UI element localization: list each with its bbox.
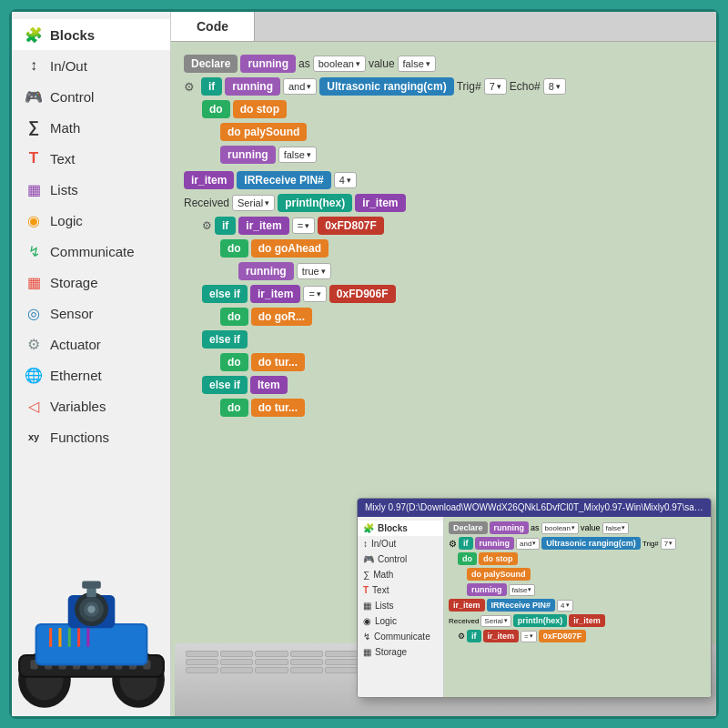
sidebar-item-actuator[interactable]: ⚙ Actuator (12, 329, 170, 359)
nested-as: as (531, 523, 540, 532)
nested-sidebar-lists[interactable]: ▦ Lists (358, 598, 443, 613)
ir-item-block: ir_item (184, 171, 234, 189)
sidebar-item-storage[interactable]: ▦ Storage (12, 267, 170, 298)
nested-sidebar-inout[interactable]: ↕ In/Out (358, 536, 443, 551)
key (186, 667, 218, 673)
nested-communicate-icon: ↯ (363, 632, 370, 642)
nested-sidebar-math[interactable]: ∑ Math (358, 567, 443, 582)
key (255, 651, 288, 657)
sidebar-label-communicate: Communicate (50, 244, 135, 259)
sidebar-label-inout: In/Out (50, 58, 87, 74)
key (290, 651, 323, 657)
nested-blocks-icon: 🧩 (363, 523, 374, 533)
tab-code[interactable]: Code (171, 12, 255, 41)
sidebar-label-variables: Variables (50, 399, 106, 414)
nested-pin[interactable]: 4 (557, 600, 572, 612)
nested-serial[interactable]: Serial (480, 615, 511, 627)
key (220, 667, 253, 673)
nested-sidebar-storage[interactable]: ▦ Storage (358, 644, 443, 660)
tab-bar: Code (171, 12, 716, 42)
ultrasonic-block: Ultrasonic ranging(cm) (319, 77, 453, 96)
key (186, 659, 218, 665)
false-dropdown[interactable]: false (398, 56, 436, 72)
nested-println: println(hex) (513, 614, 568, 627)
sidebar-item-lists[interactable]: ▦ Lists (12, 174, 170, 205)
sidebar-item-variables[interactable]: ◁ Variables (12, 390, 170, 421)
echo-dropdown[interactable]: 8 (543, 78, 566, 95)
sidebar-item-logic[interactable]: ◉ Logic (12, 205, 170, 236)
lists-icon: ▦ (25, 180, 43, 198)
running-block-1: running (240, 55, 296, 73)
nested-value: value (581, 523, 601, 532)
do-turn2-block: do tur... (251, 399, 305, 417)
nested-received: Received (449, 617, 479, 625)
else-if3-row: else if Item (202, 376, 703, 394)
nested-logic-label: Logic (375, 616, 397, 626)
do-turn-row: do do tur... (220, 353, 703, 371)
running-true-row: running true (238, 262, 703, 280)
sensor-icon: ◎ (25, 304, 43, 322)
nested-sidebar-text[interactable]: T Text (358, 582, 443, 598)
irreceive-block: IRReceive PIN# (237, 171, 330, 189)
nested-if-row: ⚙ if running and Ultrasonic ranging(cm) … (449, 537, 706, 550)
and-dropdown[interactable]: and (283, 78, 317, 95)
serial-dropdown[interactable]: Serial (232, 195, 275, 211)
sidebar-item-communicate[interactable]: ↯ Communicate (12, 236, 170, 267)
val-block-1: 0xFD807F (318, 217, 384, 235)
pin-dropdown[interactable]: 4 (334, 172, 357, 188)
wire-3 (68, 628, 71, 647)
nested-and[interactable]: and (516, 538, 540, 550)
nested-text-label: Text (372, 585, 389, 595)
nested-sidebar-communicate[interactable]: ↯ Communicate (358, 629, 443, 644)
nested-ir-row: ir_item IRReceive PIN# 4 (449, 599, 706, 612)
nested-sidebar-control[interactable]: 🎮 Control (358, 551, 443, 567)
sidebar-item-sensor[interactable]: ◎ Sensor (12, 298, 170, 329)
nested-sidebar-logic[interactable]: ◉ Logic (358, 613, 443, 629)
storage-icon: ▦ (25, 273, 43, 291)
nested-trig-val[interactable]: 7 (661, 538, 676, 550)
running-block-2: running (225, 77, 280, 96)
do-turn2-row: do do tur... (220, 399, 703, 417)
robot-image (16, 534, 167, 707)
sidebar-item-functions[interactable]: xy Functions (12, 421, 170, 452)
sidebar-item-inout[interactable]: ↕ In/Out (12, 50, 170, 81)
eq-dropdown-2[interactable]: = (303, 286, 326, 302)
eq-dropdown-1[interactable]: = (292, 217, 315, 234)
do-go2-block: do goR... (251, 308, 312, 326)
println-block: println(hex) (278, 194, 352, 212)
wire-4 (77, 628, 80, 647)
nested-do-row: do do stop (458, 552, 706, 565)
true-dropdown[interactable]: true (297, 263, 331, 279)
nested-false2[interactable]: false (509, 584, 536, 596)
sidebar-item-math[interactable]: ∑ Math (12, 112, 170, 143)
sidebar-item-text[interactable]: T Text (12, 143, 170, 174)
sidebar-label-storage: Storage (50, 275, 98, 290)
if-block-2: if (215, 217, 236, 235)
nested-control-label: Control (378, 554, 407, 564)
sidebar-item-control[interactable]: 🎮 Control (12, 81, 170, 112)
sidebar-item-blocks[interactable]: 🧩 Blocks (12, 19, 170, 50)
nested-boolean[interactable]: boolean (541, 522, 579, 534)
else-if-block-2: else if (202, 330, 248, 349)
main-container: 🧩 Blocks ↕ In/Out 🎮 Control ∑ Math T Tex… (9, 9, 719, 719)
nested-declare: Declare (449, 521, 488, 534)
trig-dropdown[interactable]: 7 (484, 78, 507, 95)
nested-trig: Trig# (642, 540, 659, 548)
nested-eq[interactable]: = (521, 631, 537, 642)
do-play-row: do palySound (220, 123, 703, 141)
running-false-row: running false (220, 146, 703, 164)
nested-sidebar: 🧩 Blocks ↕ In/Out 🎮 Control ∑ (358, 517, 444, 697)
nested-sidebar-blocks[interactable]: 🧩 Blocks (358, 521, 443, 536)
false-dropdown-2[interactable]: false (278, 147, 317, 163)
sidebar-item-ethernet[interactable]: 🌐 Ethernet (12, 359, 170, 390)
functions-icon: xy (25, 428, 43, 446)
nested-running: running (490, 521, 530, 534)
logic-icon: ◉ (25, 211, 43, 229)
inout-icon: ↕ (25, 56, 43, 75)
boolean-dropdown[interactable]: boolean (313, 56, 366, 72)
nested-false[interactable]: false (602, 522, 630, 534)
sidebar-label-actuator: Actuator (50, 337, 101, 352)
sidebar-label-blocks: Blocks (50, 27, 95, 43)
ir-item-block-4: ir_item (250, 285, 300, 303)
nested-if2: if (467, 630, 481, 642)
